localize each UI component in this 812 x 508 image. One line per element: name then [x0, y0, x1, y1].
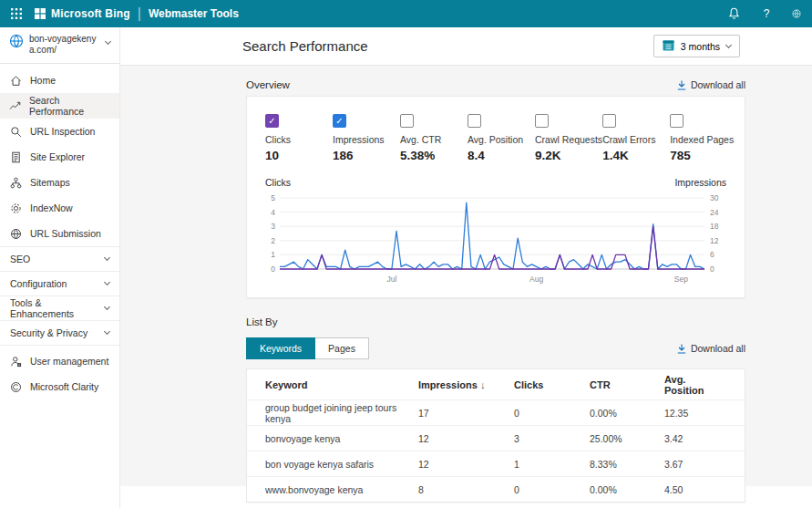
app-name: Webmaster Tools [149, 7, 239, 20]
keyword-cell: group budget joining jeep tours kenya [265, 402, 418, 424]
sidebar-item-label: User management [30, 356, 108, 367]
metric-checkbox[interactable] [602, 114, 616, 128]
notifications-bell-icon[interactable] [726, 6, 741, 21]
performance-icon [9, 100, 21, 112]
value-cell: 3.42 [664, 433, 726, 444]
sidebar-item-sitemaps[interactable]: Sitemaps [0, 170, 119, 195]
sidebar-item-site-explorer[interactable]: Site Explorer [0, 144, 119, 170]
bing-webmaster-tools-page: Microsoft Bing | Webmaster Tools ? [0, 0, 812, 508]
metric-crawl-requests[interactable]: Crawl Requests9.2K [535, 114, 602, 162]
date-range-dropdown[interactable]: 3 months [653, 35, 740, 57]
download-all-table-button[interactable]: Download all [677, 343, 745, 354]
value-cell: 17 [418, 408, 514, 419]
main-header: Search Performance 3 months [120, 27, 812, 66]
sidebar-item-label: Home [30, 75, 56, 86]
metric-avg-ctr[interactable]: Avg. CTR5.38% [400, 114, 468, 162]
main-area: Search Performance 3 months Overview [120, 27, 812, 508]
tab-pages[interactable]: Pages [315, 337, 369, 359]
gear-icon [9, 202, 22, 214]
metric-value: 10 [265, 149, 333, 162]
metric-crawl-errors[interactable]: Crawl Errors1.4K [602, 114, 670, 162]
metric-checkbox[interactable] [535, 114, 549, 128]
sidebar-item-search-performance[interactable]: Search Performance [0, 93, 119, 119]
list-by-tabs: KeywordsPages [246, 337, 369, 359]
help-icon[interactable]: ? [759, 6, 774, 21]
table-row[interactable]: group budget joining jeep tours kenya170… [247, 399, 745, 425]
waffle-icon[interactable] [11, 8, 22, 19]
sidebar-item-label: IndexNow [30, 202, 73, 213]
account-icon[interactable] [792, 6, 801, 21]
column-header-keyword[interactable]: Keyword [265, 379, 418, 390]
metric-impressions[interactable]: ✓Impressions186 [333, 114, 400, 162]
content: Overview Download all ✓Clicks10✓Impressi… [120, 66, 812, 508]
metric-checkbox[interactable] [468, 114, 481, 128]
metric-checkbox[interactable]: ✓ [265, 114, 279, 128]
svg-text:4: 4 [271, 208, 275, 217]
sidebar-item-url-inspection[interactable]: URL Inspection [0, 119, 119, 144]
svg-text:0: 0 [710, 264, 714, 274]
tab-keywords[interactable]: Keywords [246, 337, 315, 359]
document-icon [9, 151, 22, 163]
brand-name[interactable]: Microsoft Bing [51, 7, 130, 20]
sidebar-item-label: Search Performance [29, 95, 110, 117]
sidebar-item-user-management[interactable]: User management [0, 348, 119, 374]
metric-checkbox[interactable]: ✓ [333, 114, 346, 128]
overview-label: Overview [246, 79, 290, 90]
metric-checkbox[interactable] [670, 114, 684, 128]
metric-label: Crawl Errors [602, 134, 670, 145]
metric-indexed-pages[interactable]: Indexed Pages785 [670, 114, 743, 162]
site-name: bon-voyagekenya.com/ [29, 34, 100, 56]
download-all-overview-button[interactable]: Download all [677, 79, 745, 90]
value-cell: 0 [514, 408, 590, 419]
svg-text:Aug: Aug [529, 275, 543, 284]
chevron-down-icon [725, 41, 732, 47]
table-row[interactable]: bonvoyage kenya12325.00%3.42 [247, 425, 745, 451]
sidebar-group-seo[interactable]: SEO [0, 246, 119, 271]
metric-label: Crawl Requests [535, 134, 602, 145]
metric-label: Avg. Position [468, 134, 535, 145]
chevron-down-icon [105, 38, 111, 45]
column-header-avg-position[interactable]: Avg. Position [664, 374, 726, 396]
metric-value: 785 [670, 149, 743, 162]
value-cell: 12 [418, 433, 514, 444]
sidebar-item-label: URL Inspection [30, 126, 95, 137]
column-header-clicks[interactable]: Clicks [514, 379, 590, 390]
sidebar-item-home[interactable]: Home [0, 67, 119, 93]
svg-text:5: 5 [271, 193, 275, 202]
sidebar-group-security-privacy[interactable]: Security & Privacy [0, 320, 119, 345]
svg-text:6: 6 [710, 250, 714, 259]
metric-value: 1.4K [602, 149, 670, 162]
performance-chart: 5304243182121600JulAugSep [265, 192, 726, 292]
value-cell: 3 [514, 433, 590, 444]
table-row[interactable]: www.bonvoyage kenya800.00%4.50 [247, 476, 745, 502]
metric-clicks[interactable]: ✓Clicks10 [265, 114, 333, 162]
metric-avg-position[interactable]: Avg. Position8.4 [468, 114, 535, 162]
metric-value: 5.38% [400, 149, 468, 162]
svg-text:2: 2 [271, 236, 275, 245]
sort-descending-icon: ↓ [480, 379, 486, 390]
keyword-cell: bonvoyage kenya [265, 433, 418, 444]
magnifier-icon [9, 126, 22, 138]
sidebar-group-tools-enhancements[interactable]: Tools & Enhancements [0, 295, 119, 320]
metric-label: Impressions [333, 134, 400, 145]
sidebar-group-label: Tools & Enhancements [10, 297, 105, 319]
value-cell: 12 [418, 459, 514, 470]
column-header-impressions[interactable]: Impressions ↓ [418, 379, 514, 390]
sidebar-groups: SEOConfigurationTools & EnhancementsSecu… [0, 246, 119, 345]
metric-checkbox[interactable] [400, 114, 414, 128]
sidebar-group-configuration[interactable]: Configuration [0, 271, 119, 295]
sidebar-item-indexnow[interactable]: IndexNow [0, 195, 119, 221]
site-selector[interactable]: bon-voyagekenya.com/ [0, 27, 119, 64]
sidebar-group-label: SEO [10, 254, 30, 264]
site-globe-icon [9, 34, 24, 52]
sidebar-group-label: Security & Privacy [10, 327, 87, 338]
brand-divider: | [138, 5, 141, 22]
svg-text:18: 18 [710, 222, 719, 231]
table-row[interactable]: bon voyage kenya safaris1218.33%3.67 [247, 451, 745, 476]
chevron-down-icon [104, 328, 110, 335]
sidebar-item-url-submission[interactable]: URL Submission [0, 221, 119, 246]
column-header-ctr[interactable]: CTR [590, 379, 664, 390]
sidebar-item-microsoft-clarity[interactable]: Microsoft Clarity [0, 374, 119, 399]
top-bar: Microsoft Bing | Webmaster Tools ? [0, 0, 812, 27]
metric-label: Clicks [265, 134, 333, 145]
